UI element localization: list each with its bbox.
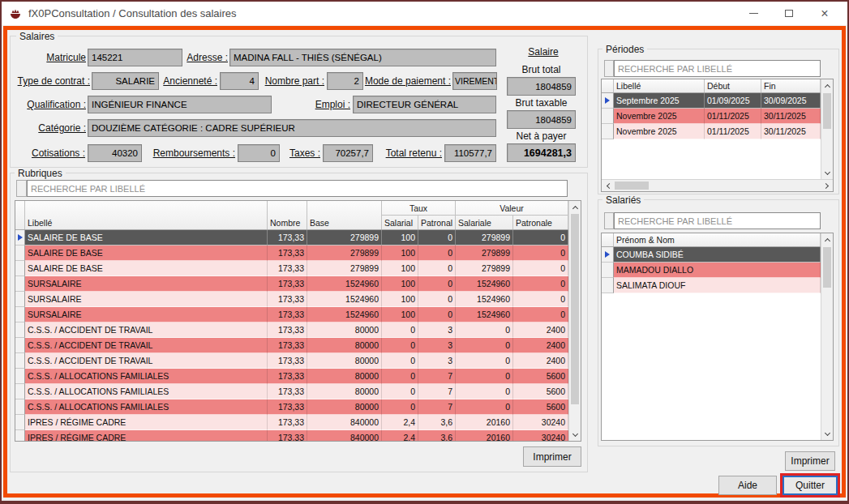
rubriques-row-cell-salarial: 100 [382, 230, 418, 246]
scrollbar-thumb[interactable] [615, 182, 649, 190]
type-contrat-field: SALARIE [92, 72, 159, 90]
aide-button[interactable]: Aide [718, 476, 777, 495]
rubriques-row-cell-salarial: 0 [382, 399, 418, 415]
rubriques-vscrollbar[interactable] [568, 201, 581, 441]
rubriques-row-cell-salariale: 0 [456, 384, 513, 399]
close-button[interactable]: × [808, 2, 841, 25]
rubriques-row-cell-nombre: 173,33 [268, 353, 307, 369]
scroll-up-button[interactable] [569, 201, 581, 213]
salaire-section-label: Salaire [515, 46, 572, 58]
rubriques-imprimer-button[interactable]: Imprimer [523, 446, 581, 467]
row-indicator [15, 353, 25, 369]
col-header-nombre[interactable]: Nombre [268, 201, 307, 229]
rubriques-row-cell-patronale: 0 [513, 230, 568, 246]
rubriques-row[interactable]: C.S.S. / ACCIDENT DE TRAVAIL173,33800000… [15, 338, 568, 353]
scroll-up-button[interactable] [821, 79, 833, 92]
rubriques-row-cell-salarial: 2,4 [382, 430, 418, 441]
anciennete-label: Ancienneté : [159, 75, 217, 87]
col-header-salariale[interactable]: Salariale [456, 216, 513, 229]
maximize-button[interactable] [773, 2, 805, 25]
periodes-col-fin[interactable]: Fin [761, 79, 821, 92]
salaries-row[interactable]: MAMADOU DIALLO [602, 263, 821, 278]
rubriques-row[interactable]: C.S.S. / ACCIDENT DE TRAVAIL173,33800000… [15, 353, 568, 369]
chevron-up-icon [824, 237, 830, 243]
chevron-down-icon [824, 169, 830, 174]
rubriques-row[interactable]: SALAIRE DE BASE173,3327989910002798990 [15, 261, 568, 276]
periodes-search-input[interactable] [614, 60, 821, 77]
periodes-row-cell-fin: 30/11/2025 [761, 109, 821, 124]
periodes-row[interactable]: Septembre 202501/09/202530/09/2025 [602, 93, 821, 109]
rubriques-row[interactable]: C.S.S. / ALLOCATIONS FAMILIALES173,33800… [15, 384, 568, 399]
scroll-down-button[interactable] [821, 167, 833, 179]
col-header-valeur[interactable]: Valeur [456, 201, 568, 216]
periodes-col-debut[interactable]: Début [705, 79, 761, 92]
rubriques-row-cell-libelle: SALAIRE DE BASE [25, 246, 268, 261]
periodes-table-header: Libellé Début Fin [602, 79, 821, 93]
scrollbar-thumb[interactable] [823, 247, 831, 288]
col-header-base[interactable]: Base [307, 201, 382, 229]
periodes-row[interactable]: Novembre 202501/11/202530/11/2025 [602, 124, 821, 139]
col-header-libelle[interactable]: Libellé [25, 201, 268, 229]
rubriques-row[interactable]: C.S.S. / ALLOCATIONS FAMILIALES173,33800… [15, 369, 568, 384]
rubriques-row-cell-nombre: 173,33 [268, 430, 307, 441]
rubriques-row[interactable]: C.S.S. / ALLOCATIONS FAMILIALES173,33800… [15, 399, 568, 415]
row-indicator [602, 109, 614, 124]
periodes-col-libelle[interactable]: Libellé [614, 79, 705, 92]
rubriques-row-cell-salariale: 279899 [456, 230, 513, 246]
scroll-down-button[interactable] [569, 429, 581, 441]
brut-total-field: 1804859 [507, 77, 576, 96]
salaries-row[interactable]: SALIMATA DIOUF [602, 278, 821, 293]
minimize-button[interactable] [737, 2, 770, 25]
rubriques-row-cell-salarial: 2,4 [382, 415, 418, 430]
rubriques-row-cell-salariale: 0 [456, 399, 513, 415]
nombre-part-field: 2 [327, 72, 363, 90]
rubriques-row-cell-patronale: 0 [513, 276, 568, 292]
col-header-taux[interactable]: Taux [382, 201, 456, 216]
rubriques-row-cell-base: 840000 [307, 415, 382, 430]
title-bar: fX0PConsultation / Consultation des sala… [2, 2, 847, 25]
rubriques-row-cell-libelle: C.S.S. / ALLOCATIONS FAMILIALES [25, 369, 268, 384]
scrollbar-thumb[interactable] [823, 93, 831, 129]
rubriques-row[interactable]: SALAIRE DE BASE173,3327989910002798990 [15, 230, 568, 246]
rubriques-row-cell-libelle: SURSALAIRE [25, 292, 268, 307]
mode-paiement-label: Mode de paiement : [362, 75, 451, 87]
rubriques-row[interactable]: SALAIRE DE BASE173,3327989910002798990 [15, 246, 568, 261]
periodes-vscrollbar[interactable] [821, 79, 833, 179]
salaries-vscrollbar[interactable] [821, 233, 833, 440]
periodes-row[interactable]: Novembre 202501/11/202530/11/2025 [602, 109, 821, 124]
rubriques-row[interactable]: IPRES / RÉGIME CADRE173,338400002,43,620… [15, 430, 568, 441]
rubriques-row-cell-libelle: SALAIRE DE BASE [25, 261, 268, 276]
scroll-left-button[interactable] [602, 180, 614, 191]
matricule-field: 145221 [88, 49, 182, 66]
rubriques-row-cell-nombre: 173,33 [268, 230, 307, 246]
col-header-patronale[interactable]: Patronale [513, 216, 568, 229]
rubriques-search-input[interactable] [27, 180, 568, 197]
scroll-down-button[interactable] [821, 428, 833, 440]
periodes-search-prefix-box [604, 60, 614, 77]
rubriques-row-cell-patronal: 0 [418, 276, 456, 292]
cotisations-field: 40320 [88, 144, 142, 162]
categorie-field: DOUZIÈME CATÉGORIE : CADRE SUPÉRIEUR [88, 119, 496, 137]
rubriques-group-label: Rubriques [15, 168, 66, 179]
col-header-patronal[interactable]: Patronal [418, 216, 456, 229]
scroll-right-button[interactable] [821, 180, 833, 191]
rubriques-row-cell-patronal: 7 [418, 384, 456, 399]
salaries-col-prenom-nom[interactable]: Prénom & Nom [614, 233, 821, 246]
scrollbar-thumb[interactable] [571, 214, 579, 404]
col-group-valeur: Valeur Salariale Patronale [456, 201, 568, 229]
salaries-search-input[interactable] [614, 212, 821, 229]
rubriques-row[interactable]: SURSALAIRE173,331524960100015249600 [15, 276, 568, 292]
rubriques-row[interactable]: SURSALAIRE173,331524960100015249600 [15, 307, 568, 322]
rubriques-row[interactable]: C.S.S. / ACCIDENT DE TRAVAIL173,33800000… [15, 322, 568, 338]
salaries-imprimer-button[interactable]: Imprimer [785, 451, 835, 471]
scroll-up-button[interactable] [821, 233, 833, 246]
rubriques-row-cell-libelle: C.S.S. / ALLOCATIONS FAMILIALES [25, 384, 268, 399]
rubriques-row[interactable]: SURSALAIRE173,331524960100015249600 [15, 292, 568, 307]
periodes-hscrollbar[interactable] [602, 179, 833, 191]
rubriques-row[interactable]: IPRES / RÉGIME CADRE173,338400002,43,620… [15, 415, 568, 430]
rubriques-row-cell-base: 80000 [307, 384, 382, 399]
col-header-salarial[interactable]: Salarial [382, 216, 418, 229]
salaries-row[interactable]: COUMBA SIDIBÉ [602, 247, 821, 263]
quitter-button[interactable]: Quitter [783, 476, 838, 495]
rubriques-row-cell-nombre: 173,33 [268, 415, 307, 430]
